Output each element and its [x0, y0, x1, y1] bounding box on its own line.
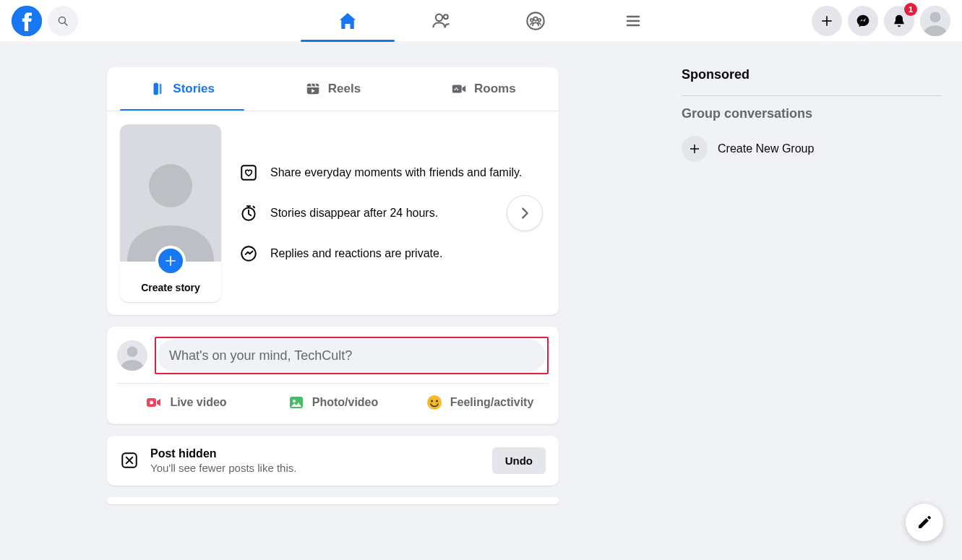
tab-reels-label: Reels — [328, 82, 361, 96]
create-new-group-label: Create New Group — [718, 142, 814, 155]
group-conversations-header: Group conversations — [682, 106, 942, 121]
live-video-icon — [145, 394, 163, 411]
feed-column: Stories Reels Rooms — [107, 67, 559, 504]
top-header: 1 — [0, 0, 962, 41]
main-layout: Stories Reels Rooms — [0, 41, 962, 504]
header-right: 1 — [812, 6, 950, 36]
reels-icon — [305, 81, 321, 97]
bell-icon — [892, 14, 906, 28]
story-info-text: Share everyday moments with friends and … — [270, 166, 522, 179]
svg-point-8 — [538, 18, 541, 21]
svg-point-7 — [530, 18, 533, 21]
nav-friends[interactable] — [395, 0, 489, 41]
svg-point-22 — [127, 346, 138, 357]
stories-card: Stories Reels Rooms — [107, 67, 559, 315]
stories-icon — [150, 81, 166, 97]
next-card-peek — [107, 497, 559, 504]
composer-options: Live video Photo/video Feeling/activity — [107, 384, 559, 424]
tab-stories[interactable]: Stories — [107, 67, 257, 111]
create-story-add-icon — [155, 246, 186, 276]
search-button[interactable] — [48, 6, 78, 36]
undo-button[interactable]: Undo — [492, 447, 546, 474]
tab-rooms[interactable]: Rooms — [408, 67, 559, 111]
nav-home[interactable] — [301, 0, 395, 41]
story-info-text: Stories disappear after 24 hours. — [270, 207, 438, 220]
stories-next-button[interactable] — [507, 195, 543, 231]
tab-rooms-label: Rooms — [474, 82, 516, 96]
story-info-text: Replies and reactions are private. — [270, 247, 442, 260]
plus-icon — [820, 14, 834, 28]
nav-menu[interactable] — [604, 0, 662, 41]
avatar-placeholder-icon — [120, 124, 221, 262]
svg-rect-18 — [241, 165, 256, 180]
notifications-button[interactable]: 1 — [884, 6, 914, 36]
svg-point-27 — [427, 395, 442, 410]
header-nav — [301, 0, 662, 41]
hidden-icon — [120, 451, 140, 471]
edit-icon — [916, 514, 933, 531]
svg-point-24 — [150, 401, 153, 405]
account-button[interactable] — [920, 6, 950, 36]
search-icon — [56, 14, 69, 27]
nav-groups[interactable] — [489, 0, 583, 41]
svg-point-28 — [431, 400, 433, 402]
avatar-icon — [920, 6, 950, 36]
photo-heart-icon — [239, 163, 259, 183]
story-info-row: Share everyday moments with friends and … — [239, 163, 522, 183]
reply-icon — [239, 244, 259, 264]
sponsored-header: Sponsored — [682, 67, 942, 82]
right-column: Sponsored Group conversations Create New… — [682, 47, 942, 504]
create-button[interactable] — [812, 6, 842, 36]
hidden-post-title: Post hidden — [150, 447, 482, 460]
svg-point-6 — [533, 17, 537, 20]
story-info-row: Replies and reactions are private. — [239, 244, 522, 264]
composer-highlight: What's on your mind, TechCult? — [155, 337, 549, 374]
svg-line-2 — [64, 22, 67, 25]
plus-circle-icon — [682, 136, 708, 162]
composer-top: What's on your mind, TechCult? — [107, 327, 559, 383]
photo-icon — [288, 394, 305, 411]
groups-icon — [525, 11, 546, 31]
facebook-logo[interactable] — [12, 6, 42, 36]
composer-live-label: Live video — [170, 396, 226, 409]
svg-rect-14 — [307, 84, 319, 95]
composer-feeling-label: Feeling/activity — [450, 396, 534, 409]
create-story-card[interactable]: Create story — [120, 124, 221, 302]
tab-reels[interactable]: Reels — [257, 67, 408, 111]
tab-stories-label: Stories — [173, 82, 215, 96]
story-info-row: Stories disappear after 24 hours. — [239, 203, 522, 223]
composer-avatar[interactable] — [117, 340, 147, 371]
rooms-icon — [451, 81, 467, 97]
menu-icon — [624, 12, 642, 30]
header-left — [12, 6, 78, 36]
composer-card: What's on your mind, TechCult? Live vide… — [107, 327, 559, 424]
svg-rect-15 — [452, 85, 462, 93]
stories-body: Create story Share everyday moments with… — [107, 111, 559, 315]
friends-icon — [431, 11, 452, 31]
svg-point-17 — [149, 164, 192, 207]
svg-point-26 — [293, 400, 296, 402]
composer-input[interactable]: What's on your mind, TechCult? — [158, 340, 546, 371]
stories-info: Share everyday moments with friends and … — [239, 124, 522, 302]
svg-point-29 — [436, 400, 438, 402]
composer-photo-label: Photo/video — [312, 396, 379, 409]
svg-point-13 — [930, 12, 941, 22]
home-icon — [338, 11, 358, 31]
composer-live-video[interactable]: Live video — [113, 387, 259, 418]
composer-feeling[interactable]: Feeling/activity — [406, 387, 553, 418]
notifications-badge: 1 — [904, 3, 917, 16]
svg-point-4 — [443, 14, 447, 19]
hidden-post-subtitle: You'll see fewer posts like this. — [150, 462, 482, 474]
clock-icon — [239, 203, 259, 223]
stories-tabs: Stories Reels Rooms — [107, 67, 559, 111]
compose-fab[interactable] — [906, 504, 943, 541]
avatar-icon — [117, 340, 147, 371]
messenger-icon — [856, 14, 870, 28]
messenger-button[interactable] — [848, 6, 878, 36]
svg-point-3 — [435, 14, 442, 20]
feeling-icon — [426, 394, 443, 411]
hidden-post-card: Post hidden You'll see fewer posts like … — [107, 436, 559, 486]
composer-photo-video[interactable]: Photo/video — [259, 387, 406, 418]
create-new-group[interactable]: Create New Group — [682, 132, 942, 166]
chevron-right-icon — [517, 205, 533, 221]
